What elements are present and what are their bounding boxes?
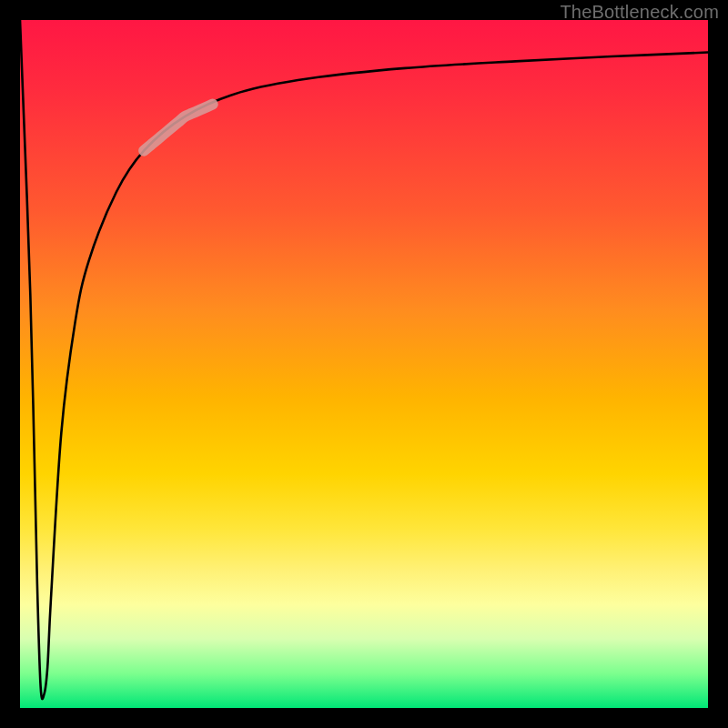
curve-highlight-segment (144, 105, 213, 151)
attribution-label: TheBottleneck.com (560, 2, 719, 23)
curve-layer (20, 20, 708, 708)
chart-frame: TheBottleneck.com (0, 0, 728, 728)
bottleneck-curve (20, 20, 708, 699)
